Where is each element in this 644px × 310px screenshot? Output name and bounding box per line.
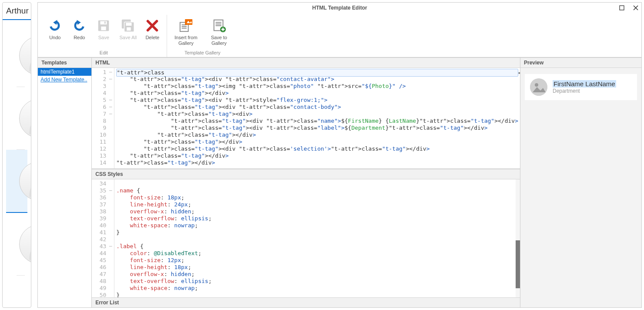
person-icon bbox=[26, 40, 31, 71]
avatar bbox=[19, 225, 31, 264]
preview-avatar bbox=[530, 78, 547, 96]
insert-from-gallery-label: Insert from Gallery bbox=[171, 35, 200, 46]
html-editor[interactable]: 1−2−3 4 5−6−7−8 9 10 11 12 13 14 "t-attr… bbox=[92, 68, 520, 169]
save-button[interactable]: Save bbox=[94, 17, 114, 49]
contacts-panel: John Heart Management Samantha Bright Ma… bbox=[2, 2, 31, 308]
save-icon bbox=[96, 18, 111, 33]
search-input[interactable] bbox=[6, 6, 31, 16]
redo-button[interactable]: Redo bbox=[69, 17, 89, 49]
save-to-gallery-label: Save to Gallery bbox=[205, 35, 233, 46]
delete-label: Delete bbox=[145, 35, 159, 40]
svg-rect-7 bbox=[101, 27, 106, 30]
ribbon-group-title-edit: Edit bbox=[100, 49, 108, 57]
insert-from-gallery-button[interactable]: Insert from Gallery bbox=[171, 17, 200, 49]
svg-rect-4 bbox=[620, 6, 624, 10]
delete-icon bbox=[145, 18, 160, 33]
person-icon bbox=[26, 103, 31, 134]
center-pane: HTML 1−2−3 4 5−6−7−8 9 10 11 12 13 14 "t… bbox=[92, 57, 520, 307]
preview-card: FirstName LastName Department bbox=[525, 74, 637, 100]
error-list-header[interactable]: Error List bbox=[92, 297, 520, 307]
svg-rect-11 bbox=[126, 23, 132, 26]
undo-button[interactable]: Undo bbox=[45, 17, 65, 49]
css-scrollbar-track[interactable] bbox=[516, 179, 520, 297]
html-header: HTML bbox=[92, 57, 520, 68]
templates-header: Templates bbox=[38, 57, 91, 68]
close-button[interactable] bbox=[632, 4, 640, 12]
preview-pane: Preview FirstName LastName Department bbox=[520, 57, 641, 307]
maximize-button[interactable] bbox=[618, 4, 626, 12]
contact-item[interactable]: Arthur Miller Management bbox=[6, 150, 27, 213]
redo-label: Redo bbox=[74, 35, 85, 40]
save-label: Save bbox=[98, 35, 109, 40]
save-to-gallery-button[interactable]: Save to Gallery bbox=[205, 17, 233, 49]
undo-icon bbox=[47, 18, 62, 33]
svg-rect-6 bbox=[101, 21, 107, 25]
contact-item[interactable]: Robert Reagan Management bbox=[17, 213, 25, 276]
add-new-template-link[interactable]: Add New Template.. bbox=[38, 76, 91, 84]
delete-button[interactable]: Delete bbox=[142, 17, 162, 49]
css-header: CSS Styles bbox=[92, 169, 520, 179]
insert-from-gallery-icon bbox=[178, 18, 193, 33]
svg-rect-12 bbox=[127, 27, 131, 31]
svg-point-23 bbox=[530, 78, 547, 96]
templates-pane: Templates htmlTemplate1 Add New Template… bbox=[38, 57, 92, 307]
search-bar bbox=[3, 3, 31, 20]
contact-item[interactable]: John Heart Management bbox=[17, 24, 25, 87]
window-title: HTML Template Editor bbox=[312, 5, 367, 11]
person-icon bbox=[26, 229, 31, 260]
save-all-icon bbox=[121, 18, 135, 33]
svg-point-24 bbox=[535, 83, 538, 87]
title-bar: HTML Template Editor bbox=[38, 3, 641, 13]
ribbon: Undo Redo Save Save All Delete bbox=[38, 13, 641, 57]
person-icon bbox=[26, 165, 31, 197]
contact-item[interactable]: Samantha Bright Management bbox=[17, 87, 25, 150]
css-scrollbar-thumb[interactable] bbox=[516, 240, 520, 288]
ribbon-group-gallery: Insert from Gallery Save to Gallery Temp… bbox=[167, 15, 238, 57]
avatar bbox=[19, 36, 31, 75]
save-to-gallery-icon bbox=[211, 18, 226, 33]
avatar bbox=[19, 162, 31, 201]
avatar bbox=[19, 99, 31, 138]
contact-list[interactable]: John Heart Management Samantha Bright Ma… bbox=[3, 20, 31, 307]
template-item[interactable]: htmlTemplate1 bbox=[38, 68, 91, 76]
preview-department: Department bbox=[553, 88, 616, 94]
maximize-icon bbox=[619, 5, 624, 10]
editor-area: Templates htmlTemplate1 Add New Template… bbox=[38, 57, 641, 307]
svg-rect-8 bbox=[104, 22, 106, 24]
preview-name: FirstName LastName bbox=[553, 80, 616, 88]
template-editor-window: HTML Template Editor Undo Redo Save bbox=[37, 2, 642, 308]
save-all-button[interactable]: Save All bbox=[118, 17, 138, 49]
close-icon bbox=[633, 5, 638, 10]
image-placeholder-icon bbox=[530, 78, 547, 96]
save-all-label: Save All bbox=[119, 35, 137, 40]
css-editor[interactable]: 34 35−36 37 38 39 40 41 42 43−44 45 46 4… bbox=[92, 179, 520, 297]
ribbon-group-edit: Undo Redo Save Save All Delete bbox=[40, 15, 167, 57]
redo-icon bbox=[72, 18, 87, 33]
preview-header: Preview bbox=[520, 57, 641, 68]
ribbon-group-title-gallery: Template Gallery bbox=[184, 49, 221, 57]
undo-label: Undo bbox=[49, 35, 60, 40]
